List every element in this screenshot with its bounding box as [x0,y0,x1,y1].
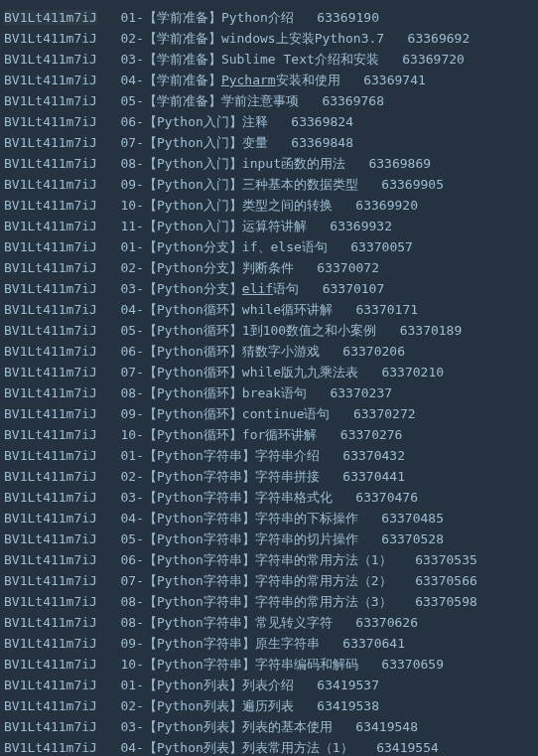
cid: 63369768 [322,93,384,108]
bvid: BV1Lt411m7iJ [4,365,97,379]
output-line: BV1Lt411m7iJ 08-【Python循环】break语句 633702… [4,382,534,403]
row-title: 【Python分支】if、else语句 [144,239,328,254]
row-title: 【Python循环】continue语句 [144,406,331,421]
row-index: 04- [120,302,143,317]
row-title: 【Python分支】判断条件 [144,260,294,275]
output-line: BV1Lt411m7iJ 03-【Python分支】elif语句 6337010… [4,278,534,299]
cid: 63369869 [368,156,431,171]
bvid: BV1Lt411m7iJ [4,406,97,421]
row-title: 【学前准备】Python介绍 [144,10,294,25]
row-title: 【学前准备】Sublime Text介绍和安装 [144,52,379,67]
cid: 63370072 [317,260,379,275]
bvid: BV1Lt411m7iJ [4,114,97,129]
row-index: 06- [120,344,143,359]
cid: 63370476 [355,490,418,505]
cid: 63369720 [402,52,465,67]
bvid: BV1Lt411m7iJ [4,323,97,338]
row-index: 06- [120,552,143,567]
row-title: 【Python列表】列表常用方法（1） [144,740,353,755]
output-line: BV1Lt411m7iJ 06-【Python循环】猜数字小游戏 6337020… [4,341,534,362]
row-title: 【Python入门】三种基本的数据类型 [144,177,358,192]
row-index: 10- [120,427,143,442]
bvid: BV1Lt411m7iJ [4,31,97,46]
cid: 63370189 [400,323,463,338]
cid: 63370276 [340,427,403,442]
row-title: 【Python列表】遍历列表 [144,698,294,713]
row-title: 【Python字符串】字符串的常用方法（3） [144,594,392,609]
row-index: 08- [120,156,143,171]
output-line: BV1Lt411m7iJ 01-【Python字符串】字符串介绍 6337043… [4,445,534,466]
bvid: BV1Lt411m7iJ [4,177,97,192]
row-index: 01- [120,10,143,25]
output-line: BV1Lt411m7iJ 10-【Python循环】for循环讲解 633702… [4,424,534,445]
output-line: BV1Lt411m7iJ 09-【Python入门】三种基本的数据类型 6336… [4,174,534,195]
cid: 63369932 [330,219,392,233]
row-title: 【Python入门】注释 [144,114,268,129]
row-index: 05- [120,93,143,108]
row-index: 07- [120,135,143,150]
output-line: BV1Lt411m7iJ 10-【Python入门】类型之间的转换 633699… [4,195,534,216]
bvid: BV1Lt411m7iJ [4,594,97,609]
row-title: 【Python字符串】字符串的切片操作 [144,531,358,546]
output-line: BV1Lt411m7iJ 02-【Python分支】判断条件 63370072 [4,257,534,278]
bvid: BV1Lt411m7iJ [4,260,97,275]
output-line: BV1Lt411m7iJ 08-【Python字符串】字符串的常用方法（3） 6… [4,591,534,612]
row-title: 【Python入门】运算符讲解 [144,219,307,233]
cid: 63370485 [381,511,444,526]
bvid: BV1Lt411m7iJ [4,198,97,213]
output-line: BV1Lt411m7iJ 06-【Python入门】注释 63369824 [4,111,534,132]
output-line: BV1Lt411m7iJ 06-【Python字符串】字符串的常用方法（1） 6… [4,549,534,570]
output-line: BV1Lt411m7iJ 09-【Python循环】continue语句 633… [4,403,534,424]
output-line: BV1Lt411m7iJ 07-【Python入门】变量 63369848 [4,132,534,153]
output-line: BV1Lt411m7iJ 08-【Python入门】input函数的用法 633… [4,153,534,174]
output-line: BV1Lt411m7iJ 05-【学前准备】学前注意事项 63369768 [4,90,534,111]
output-line: BV1Lt411m7iJ 01-【Python列表】列表介绍 63419537 [4,675,534,695]
output-line: BV1Lt411m7iJ 02-【Python字符串】字符串拼接 6337044… [4,466,534,487]
row-title: 【Python循环】猜数字小游戏 [144,344,320,359]
output-line: BV1Lt411m7iJ 11-【Python入门】运算符讲解 63369932 [4,216,534,236]
bvid: BV1Lt411m7iJ [4,219,97,233]
row-title: 【Python字符串】字符串格式化 [144,490,333,505]
row-index: 01- [120,678,143,692]
row-index: 10- [120,657,143,672]
output-line: BV1Lt411m7iJ 03-【Python字符串】字符串格式化 633704… [4,487,534,508]
bvid: BV1Lt411m7iJ [4,239,97,254]
row-title: 【学前准备】Pycharm安装和使用 [144,73,340,87]
row-title: 【Python分支】elif语句 [144,281,299,296]
row-index: 09- [120,636,143,651]
output-line: BV1Lt411m7iJ 01-【学前准备】Python介绍 63369190 [4,7,534,28]
cid: 63419537 [317,678,379,692]
row-index: 05- [120,531,143,546]
bvid: BV1Lt411m7iJ [4,573,97,588]
row-index: 01- [120,239,143,254]
row-title: 【Python字符串】字符串介绍 [144,448,320,463]
output-line: BV1Lt411m7iJ 05-【Python循环】1到100数值之和小案例 6… [4,320,534,341]
cid: 63369920 [355,198,418,213]
row-index: 03- [120,490,143,505]
cid: 63370206 [342,344,405,359]
row-title: 【Python循环】1到100数值之和小案例 [144,323,376,338]
bvid: BV1Lt411m7iJ [4,302,97,317]
bvid: BV1Lt411m7iJ [4,344,97,359]
cid: 63369741 [363,73,426,87]
row-title: 【Python字符串】常见转义字符 [144,615,333,630]
cid: 63419538 [317,698,379,713]
row-title: 【Python字符串】字符串的常用方法（2） [144,573,392,588]
bvid: BV1Lt411m7iJ [4,490,97,505]
row-index: 09- [120,406,143,421]
bvid: BV1Lt411m7iJ [4,511,97,526]
output-line: BV1Lt411m7iJ 04-【Python循环】while循环讲解 6337… [4,299,534,320]
cid: 63370566 [415,573,477,588]
bvid: BV1Lt411m7iJ [4,657,97,672]
row-index: 03- [120,52,143,67]
cid: 63369190 [317,10,379,25]
terminal-output[interactable]: BV1Lt411m7iJ 01-【学前准备】Python介绍 63369190B… [0,0,538,756]
row-index: 07- [120,365,143,379]
bvid: BV1Lt411m7iJ [4,448,97,463]
bvid: BV1Lt411m7iJ [4,636,97,651]
output-line: BV1Lt411m7iJ 10-【Python字符串】字符串编码和解码 6337… [4,654,534,675]
row-index: 08- [120,385,143,400]
row-index: 08- [120,615,143,630]
bvid: BV1Lt411m7iJ [4,52,97,67]
row-title: 【Python入门】input函数的用法 [144,156,345,171]
